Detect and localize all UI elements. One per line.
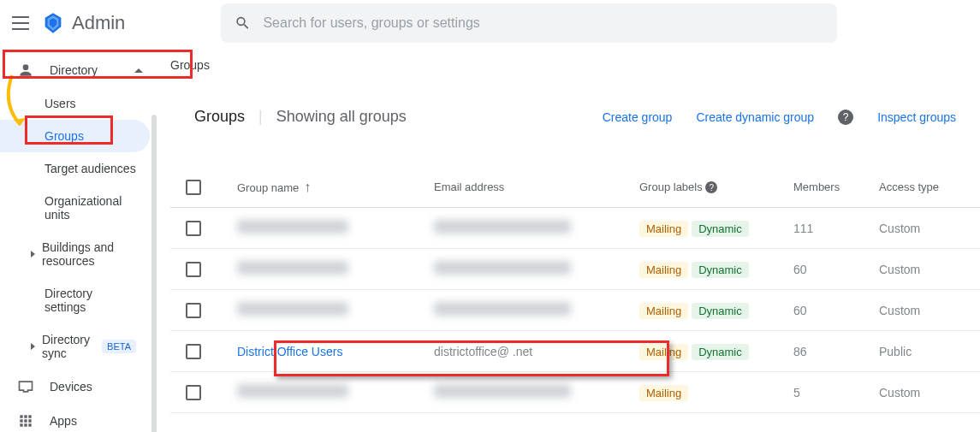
sidebar-item-org-units[interactable]: Organizational units xyxy=(0,185,150,231)
sidebar-apps[interactable]: Apps xyxy=(0,404,157,432)
group-name-link[interactable]: District Office Users xyxy=(237,345,342,358)
row-checkbox[interactable] xyxy=(186,262,201,277)
access-type: Custom xyxy=(879,304,965,317)
sidebar-item-dir-settings[interactable]: Directory settings xyxy=(0,277,150,323)
create-dynamic-group-link[interactable]: Create dynamic group xyxy=(696,110,814,124)
chevron-right-icon xyxy=(31,251,35,257)
label-dynamic: Dynamic xyxy=(692,262,749,278)
search-box[interactable] xyxy=(221,3,837,43)
table-row[interactable]: MailingDynamic60Custom xyxy=(170,290,980,331)
access-type: Public xyxy=(879,345,965,358)
apps-icon xyxy=(17,412,34,429)
admin-hex-icon xyxy=(41,11,65,35)
sidebar-directory-label: Directory xyxy=(50,63,98,77)
label-mailing: Mailing xyxy=(639,262,688,278)
help-icon[interactable]: ? xyxy=(705,181,717,193)
help-icon[interactable]: ? xyxy=(838,109,853,125)
label-mailing: Mailing xyxy=(639,221,688,237)
search-icon xyxy=(235,15,251,32)
table-row[interactable]: MailingDynamic60Custom xyxy=(170,249,980,290)
sidebar-item-dir-sync[interactable]: Directory syncBETA xyxy=(0,323,150,370)
sidebar: Directory Users Groups Target audiences … xyxy=(0,46,157,432)
group-email: districtoffice@​ .net xyxy=(434,345,532,358)
col-labels[interactable]: Group labels ? xyxy=(639,180,793,194)
groups-table: Group name↑ Email address Group labels ?… xyxy=(170,167,980,413)
row-checkbox[interactable] xyxy=(186,303,201,318)
beta-badge: BETA xyxy=(102,340,136,353)
sidebar-scrollbar[interactable] xyxy=(151,46,157,432)
devices-icon xyxy=(17,378,34,395)
person-icon xyxy=(17,62,34,79)
sidebar-item-target-audiences[interactable]: Target audiences xyxy=(0,152,150,185)
access-type: Custom xyxy=(879,263,965,276)
chevron-up-icon xyxy=(134,68,143,73)
table-row[interactable]: District Office Usersdistrictoffice@​ .n… xyxy=(170,331,980,372)
label-dynamic: Dynamic xyxy=(692,303,749,319)
row-checkbox[interactable] xyxy=(186,344,201,359)
label-dynamic: Dynamic xyxy=(692,344,749,360)
search-input[interactable] xyxy=(263,15,823,31)
col-group-name[interactable]: Group name↑ xyxy=(237,180,434,195)
access-type: Custom xyxy=(879,222,965,235)
sidebar-devices[interactable]: Devices xyxy=(0,370,157,404)
label-dynamic: Dynamic xyxy=(692,221,749,237)
label-mailing: Mailing xyxy=(639,303,688,319)
row-checkbox[interactable] xyxy=(186,385,201,400)
inspect-groups-link[interactable]: Inspect groups xyxy=(877,110,956,124)
members-count: 86 xyxy=(793,345,879,358)
col-members[interactable]: Members xyxy=(793,180,879,193)
breadcrumb: Groups xyxy=(170,46,980,80)
label-mailing: Mailing xyxy=(639,344,688,360)
sidebar-directory[interactable]: Directory xyxy=(0,53,157,87)
access-type: Custom xyxy=(879,386,965,399)
sidebar-item-buildings[interactable]: Buildings and resources xyxy=(0,231,150,277)
members-count: 60 xyxy=(793,304,879,317)
col-email[interactable]: Email address xyxy=(434,180,639,193)
members-count: 60 xyxy=(793,263,879,276)
members-count: 5 xyxy=(793,386,879,399)
chevron-right-icon xyxy=(31,343,35,350)
product-name: Admin xyxy=(72,12,125,34)
row-checkbox[interactable] xyxy=(186,221,201,236)
menu-icon[interactable] xyxy=(10,13,31,33)
sidebar-item-users[interactable]: Users xyxy=(0,87,150,120)
panel-subtitle: Showing all groups xyxy=(276,108,407,126)
product-logo[interactable]: Admin xyxy=(41,11,125,35)
panel-title: Groups xyxy=(194,108,245,126)
select-all-checkbox[interactable] xyxy=(186,180,201,195)
divider: | xyxy=(258,108,263,126)
sidebar-item-groups[interactable]: Groups xyxy=(0,120,150,152)
create-group-link[interactable]: Create group xyxy=(603,110,673,124)
sort-asc-icon: ↑ xyxy=(304,180,311,194)
table-row[interactable]: Mailing5Custom xyxy=(170,372,980,413)
label-mailing: Mailing xyxy=(639,385,688,401)
members-count: 111 xyxy=(793,222,879,235)
col-access[interactable]: Access type xyxy=(879,180,965,193)
table-row[interactable]: MailingDynamic111Custom xyxy=(170,208,980,249)
